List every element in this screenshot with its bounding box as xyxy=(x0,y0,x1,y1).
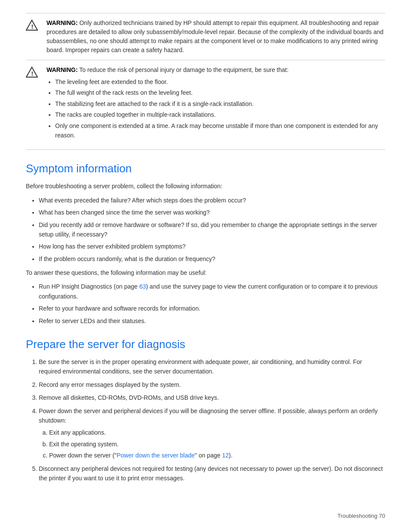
answer-item-1: Run HP Insight Diagnostics (on page 63) … xyxy=(39,282,385,301)
diagnosis-step-5-text: Disconnect any peripheral devices not re… xyxy=(39,465,383,482)
warning-block-1: ! WARNING: Only authorized technicians t… xyxy=(26,13,385,60)
diagnosis-step-2: Record any error messages displayed by t… xyxy=(39,380,385,389)
answer-1-before: Run HP Insight Diagnostics (on page xyxy=(39,283,139,290)
warning-bullet-item: The stabilizing feet are attached to the… xyxy=(55,99,385,109)
warning-bullet-item: The racks are coupled together in multip… xyxy=(55,110,385,119)
page-footer: Troubleshooting 70 xyxy=(337,513,385,519)
warning-block-2: ! WARNING: To reduce the risk of persona… xyxy=(26,60,385,150)
substep-4c-before: Power down the server (" xyxy=(49,452,117,459)
warning-text-1: Only authorized technicians trained by H… xyxy=(47,19,383,53)
diagnosis-step-4-text: Power down the server and peripheral dev… xyxy=(39,408,377,424)
warning-icon-1: ! xyxy=(26,19,41,33)
diagnosis-substeps-4: Exit any applications. Exit the operatin… xyxy=(49,428,385,460)
warning-label-2: WARNING: xyxy=(47,66,78,73)
diagnosis-step-4: Power down the server and peripheral dev… xyxy=(39,406,385,460)
diagnosis-step-5: Disconnect any peripheral devices not re… xyxy=(39,464,385,483)
symptom-answer-intro: To answer these questions, the following… xyxy=(26,268,385,277)
symptom-question-item: Did you recently add or remove hardware … xyxy=(39,220,385,240)
diagnosis-section-title: Prepare the server for diagnosis xyxy=(26,338,385,351)
substep-4b-text: Exit the operating system. xyxy=(49,441,118,448)
diagnosis-step-3: Remove all diskettes, CD-ROMs, DVD-ROMs,… xyxy=(39,393,385,402)
symptom-intro: Before troubleshooting a server problem,… xyxy=(26,181,385,191)
warning-bullet-item: The full weight of the rack rests on the… xyxy=(55,88,385,97)
symptom-questions-list: What events preceded the failure? After … xyxy=(39,196,385,264)
answer-item-3: Refer to server LEDs and their statuses. xyxy=(39,316,385,326)
warning-content-2: WARNING: To reduce the risk of personal … xyxy=(47,65,385,144)
symptom-answers-list: Run HP Insight Diagnostics (on page 63) … xyxy=(39,282,385,326)
footer-text: Troubleshooting 70 xyxy=(337,513,385,519)
svg-text:!: ! xyxy=(31,23,34,30)
substep-4c-end: ). xyxy=(229,452,233,459)
answer-1-link[interactable]: 63 xyxy=(139,283,146,290)
substep-4c-after: " on page xyxy=(195,452,222,459)
symptom-question-item: How long has the server exhibited proble… xyxy=(39,242,385,251)
diagnosis-step-2-text: Record any error messages displayed by t… xyxy=(39,381,181,388)
svg-text:!: ! xyxy=(31,70,34,77)
warning-bullet-item: Only one component is extended at a time… xyxy=(55,121,385,140)
diagnosis-step-3-text: Remove all diskettes, CD-ROMs, DVD-ROMs,… xyxy=(39,394,219,401)
warning-label-1: WARNING: xyxy=(47,19,78,26)
warning-content-1: WARNING: Only authorized technicians tra… xyxy=(47,19,385,55)
diagnosis-substep-4b: Exit the operating system. xyxy=(49,439,385,449)
symptom-question-item: What events preceded the failure? After … xyxy=(39,196,385,205)
diagnosis-step-1: Be sure the server is in the proper oper… xyxy=(39,357,385,376)
symptom-section-title: Symptom information xyxy=(26,162,385,175)
warning-icon-2: ! xyxy=(26,66,41,80)
warning-bullet-item: The leveling feet are extended to the fl… xyxy=(55,77,385,87)
answer-item-2: Refer to your hardware and software reco… xyxy=(39,304,385,313)
substep-4a-text: Exit any applications. xyxy=(49,429,106,436)
diagnosis-steps-list: Be sure the server is in the proper oper… xyxy=(39,357,385,483)
warning-bullet-list-2: The leveling feet are extended to the fl… xyxy=(55,77,385,140)
substep-4c-link[interactable]: Power down the server blade xyxy=(117,452,195,459)
diagnosis-step-1-text: Be sure the server is in the proper oper… xyxy=(39,358,362,375)
substep-4c-page-link[interactable]: 12 xyxy=(222,452,229,459)
warning-text-2: To reduce the risk of personal injury or… xyxy=(79,66,289,73)
diagnosis-substep-4c: Power down the server ("Power down the s… xyxy=(49,451,385,460)
diagnosis-substep-4a: Exit any applications. xyxy=(49,428,385,437)
symptom-question-item: What has been changed since the time the… xyxy=(39,208,385,217)
symptom-question-item: If the problem occurs randomly, what is … xyxy=(39,254,385,264)
